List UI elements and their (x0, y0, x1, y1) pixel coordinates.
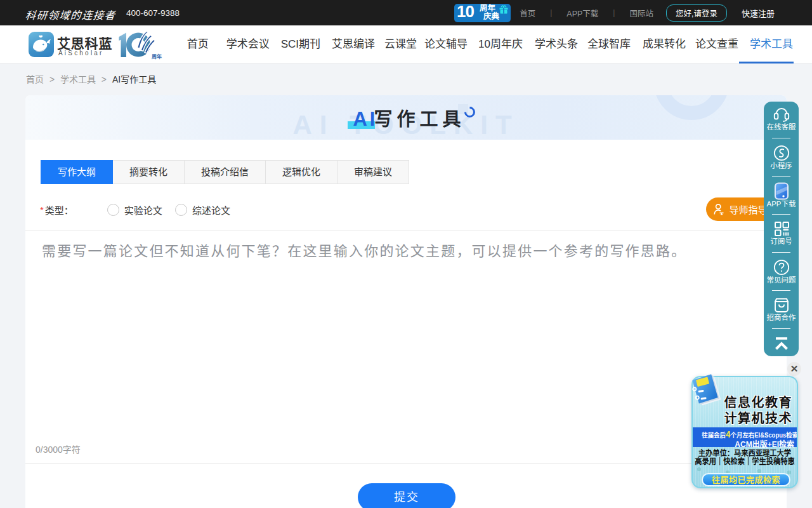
svg-text:周年: 周年 (152, 53, 162, 60)
